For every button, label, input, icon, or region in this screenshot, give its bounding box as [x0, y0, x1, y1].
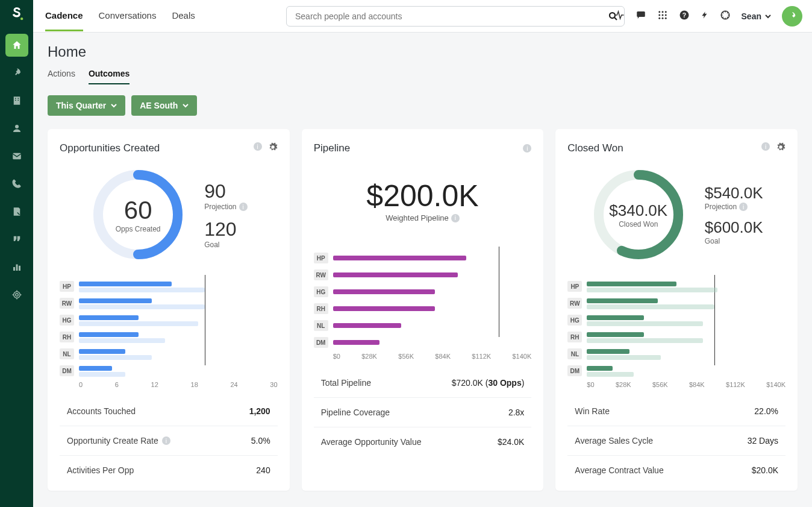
metric-row: Accounts Touched1,200 — [60, 397, 278, 426]
settings-icon[interactable] — [720, 10, 731, 23]
nav-home[interactable] — [5, 34, 28, 57]
metric-value: 240 — [256, 465, 270, 475]
tab-conversations[interactable]: Conversations — [99, 1, 157, 31]
svg-rect-1 — [13, 96, 20, 105]
svg-point-0 — [20, 17, 22, 20]
metric-label: Activities Per Opp — [67, 465, 134, 475]
chart-axis: $0$28K$56K$84K$112K$140K — [314, 353, 532, 360]
metric-value: 32 Days — [748, 436, 778, 446]
axis-tick: $28K — [361, 353, 377, 360]
metrics-list: Total Pipeline$720.0K (30 Opps)Pipeline … — [314, 368, 532, 456]
axis-tick: 12 — [151, 381, 158, 388]
svg-rect-3 — [17, 98, 19, 99]
activity-icon[interactable] — [614, 10, 625, 23]
svg-point-21 — [661, 11, 663, 13]
svg-point-27 — [661, 17, 663, 19]
card-title: Closed Won — [567, 142, 623, 154]
pipeline-label: Weighted Pipeline — [386, 213, 449, 222]
projection-label: Projection — [705, 203, 737, 211]
nav-analytics[interactable] — [5, 256, 28, 279]
axis-tick: $140K — [766, 381, 785, 388]
bar-row: HG — [567, 312, 785, 329]
info-icon[interactable]: i — [523, 144, 531, 153]
donut-chart: 60 Opps Created — [90, 166, 186, 263]
nav-rocket[interactable] — [5, 61, 28, 84]
nav-person[interactable] — [5, 117, 28, 140]
goal-value: $600.0K — [705, 218, 763, 237]
metrics-list: Accounts Touched1,200Opportunity Create … — [60, 397, 278, 485]
svg-text:?: ? — [682, 11, 686, 18]
info-icon[interactable]: i — [451, 214, 460, 222]
metric-value: $24.0K — [498, 437, 524, 447]
nav-target[interactable] — [5, 283, 28, 306]
svg-point-11 — [13, 292, 20, 298]
bar-category-label: DM — [314, 337, 328, 348]
axis-tick: 24 — [230, 381, 237, 388]
subtab-outcomes[interactable]: Outcomes — [89, 69, 130, 84]
bar-row: NL — [314, 317, 532, 334]
donut-value: 60 — [124, 196, 152, 225]
tab-cadence[interactable]: Cadence — [45, 1, 83, 31]
bar-chart: HPRWHGRHNLDM — [314, 247, 532, 349]
metric-value: 22.0% — [754, 406, 778, 416]
bar-category-label: RH — [314, 303, 328, 314]
info-icon[interactable]: i — [254, 142, 262, 151]
bar-row: HP — [314, 250, 532, 266]
apps-icon[interactable] — [657, 10, 668, 23]
donut-chart: $340.0K Closed Won — [590, 166, 687, 263]
bar-category-label: HG — [567, 315, 582, 326]
metric-label: Average Contract Value — [575, 465, 663, 475]
gear-icon[interactable] — [268, 142, 278, 154]
nav-quote[interactable] — [5, 228, 28, 251]
bar-row: HP — [60, 278, 278, 295]
bar-category-label: RH — [60, 332, 74, 342]
metric-value: 2.8x — [508, 408, 524, 417]
pipeline-value: $200.0K — [366, 178, 478, 213]
quick-action-button[interactable] — [782, 6, 802, 27]
bar-category-label: RW — [567, 298, 582, 309]
info-icon[interactable]: i — [162, 436, 170, 445]
gear-icon[interactable] — [776, 142, 785, 154]
nav-phone[interactable] — [5, 172, 28, 195]
user-menu[interactable]: Sean — [742, 11, 771, 21]
axis-tick: $112K — [472, 353, 491, 360]
svg-point-28 — [664, 17, 666, 19]
donut-label: Opps Created — [116, 225, 161, 233]
svg-rect-10 — [19, 266, 20, 271]
card-title: Pipeline — [314, 142, 351, 154]
bar-row: RH — [567, 329, 785, 345]
nav-building[interactable] — [5, 89, 28, 112]
bar-row: NL — [60, 345, 278, 362]
bar-category-label: NL — [314, 320, 328, 331]
info-icon[interactable]: i — [739, 203, 748, 211]
info-icon[interactable]: i — [761, 142, 770, 151]
filter-period-label: This Quarter — [56, 101, 106, 110]
axis-tick: $56K — [652, 381, 668, 388]
chart-axis: 0612182430 — [60, 381, 278, 388]
axis-tick: 18 — [191, 381, 198, 388]
metric-value: $720.0K (30 Opps) — [452, 378, 525, 388]
metric-label: Total Pipeline — [321, 378, 371, 388]
info-icon[interactable]: i — [239, 203, 248, 211]
filter-team[interactable]: AE South — [131, 95, 197, 116]
svg-point-22 — [664, 11, 666, 13]
metric-row: Opportunity Create Ratei5.0% — [60, 426, 278, 456]
filter-period[interactable]: This Quarter — [48, 95, 125, 116]
subtab-actions[interactable]: Actions — [48, 69, 75, 84]
tab-deals[interactable]: Deals — [172, 1, 195, 31]
bar-category-label: NL — [60, 348, 74, 359]
metrics-list: Win Rate22.0%Average Sales Cycle32 DaysA… — [567, 397, 785, 485]
topbar: Cadence Conversations Deals ? Sean — [33, 0, 812, 33]
chat-icon[interactable] — [636, 10, 646, 23]
metric-row: Average Contract Value$20.0K — [567, 456, 785, 485]
search-input[interactable] — [286, 6, 625, 27]
card-closed-won: Closed Won i $3 — [555, 129, 798, 491]
metric-row: Win Rate22.0% — [567, 397, 785, 426]
bar-category-label: HG — [314, 286, 328, 297]
axis-tick: 30 — [270, 381, 277, 388]
nav-note[interactable] — [5, 200, 28, 223]
nav-mail[interactable] — [5, 145, 28, 168]
help-icon[interactable]: ? — [679, 10, 690, 23]
bolt-icon[interactable] — [701, 10, 709, 23]
metric-label: Average Opportunity Value — [321, 437, 422, 447]
